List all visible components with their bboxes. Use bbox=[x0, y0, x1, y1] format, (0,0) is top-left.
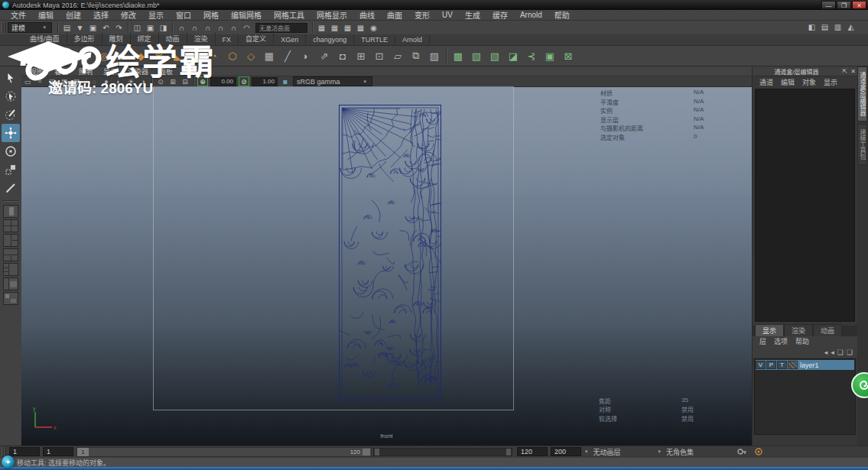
close-icon[interactable]: ✕ bbox=[849, 68, 857, 75]
menu-item[interactable]: 网格 bbox=[197, 9, 225, 21]
channel-box-menu-item[interactable]: 编辑 bbox=[777, 77, 798, 87]
poly-cube-icon[interactable]: ■ bbox=[41, 47, 57, 64]
lock-camera-icon[interactable]: ⌗ bbox=[34, 76, 45, 86]
viewport-canvas[interactable]: 材质N/A平滑度N/A实例N/A显示层N/A与摄影机的距离N/A选定对象0 焦距… bbox=[21, 87, 752, 446]
shading-smooth-icon[interactable]: ● bbox=[101, 76, 112, 86]
shelf-tab[interactable]: changyong bbox=[306, 34, 354, 45]
channel-list-area[interactable] bbox=[755, 89, 855, 322]
layer-editor-menu-item[interactable]: 层 bbox=[756, 336, 770, 346]
menu-item[interactable]: 选择 bbox=[87, 9, 115, 21]
shelf-tab[interactable]: TURTLE bbox=[354, 34, 395, 45]
poly-helix-icon[interactable]: ◔ bbox=[206, 47, 223, 64]
shelf-tab[interactable]: 曲线/曲面 bbox=[23, 32, 67, 45]
layout-outliner-persp-button[interactable] bbox=[3, 277, 18, 290]
xray-joints-icon[interactable]: ⊟ bbox=[180, 76, 190, 86]
range-end-handle[interactable] bbox=[506, 449, 511, 455]
layer-playback-toggle[interactable]: P bbox=[766, 361, 776, 369]
menu-item[interactable]: 缓存 bbox=[486, 9, 514, 21]
chevron-down-icon[interactable]: ▾ bbox=[585, 449, 588, 455]
tab-display-layers[interactable]: 显示 bbox=[755, 324, 784, 336]
minimize-button[interactable]: — bbox=[821, 1, 836, 9]
bevel-icon[interactable]: ◗ bbox=[297, 47, 314, 64]
menu-item[interactable]: 修改 bbox=[115, 9, 142, 21]
sidebar-vertical-tab[interactable]: 建模工具包 bbox=[857, 124, 867, 165]
snap-view-plane-icon[interactable]: ∩ bbox=[228, 22, 239, 34]
gamma-field[interactable]: 1.00 bbox=[252, 77, 278, 86]
poly-soccer-icon[interactable]: ⬡ bbox=[224, 47, 241, 64]
layout-two-pane-side-button[interactable] bbox=[3, 234, 18, 247]
nurbs-patch-icon[interactable]: ▧ bbox=[468, 47, 485, 64]
layout-single-pane-button[interactable] bbox=[3, 205, 18, 218]
channel-box-menu-item[interactable]: 显示 bbox=[820, 77, 841, 87]
time-slider[interactable]: 1 120 bbox=[76, 447, 372, 457]
channel-box-menu-item[interactable]: 通道 bbox=[756, 77, 777, 87]
image-plane-icon[interactable]: ▧ bbox=[71, 76, 82, 86]
move-layer-up-icon[interactable]: ◂ bbox=[824, 348, 828, 356]
scale-tool-icon[interactable] bbox=[2, 160, 20, 179]
poly-platonic-icon[interactable]: ◇ bbox=[242, 47, 259, 64]
panel-menu-item[interactable]: 显示 bbox=[98, 66, 122, 76]
shelf-tab[interactable]: FX bbox=[216, 34, 239, 45]
layer-row[interactable]: V P T layer1 bbox=[756, 360, 854, 370]
menu-item[interactable]: Arnold bbox=[514, 11, 548, 19]
layout-two-pane-stacked-button[interactable] bbox=[3, 248, 18, 261]
menu-item[interactable]: 曲面 bbox=[381, 9, 408, 21]
current-time-field[interactable]: 1 bbox=[9, 447, 40, 456]
move-tool-icon[interactable] bbox=[2, 124, 20, 142]
select-tool-icon[interactable] bbox=[2, 69, 20, 87]
layout-custom-button[interactable] bbox=[3, 292, 18, 305]
poly-gear-icon[interactable]: ✻ bbox=[151, 47, 167, 64]
shelf-tab[interactable]: 多边形 bbox=[67, 32, 102, 45]
poly-sphere-icon[interactable]: ● bbox=[22, 47, 39, 64]
status-grip[interactable] bbox=[2, 22, 6, 33]
menu-item[interactable]: 曲线 bbox=[353, 9, 381, 21]
shelf-tab[interactable]: 自定义 bbox=[239, 32, 274, 45]
quad-draw-icon[interactable]: ▱ bbox=[389, 47, 406, 64]
layer-editor-menu-item[interactable]: 帮助 bbox=[792, 336, 813, 346]
menu-set-dropdown[interactable]: 建模 ▾ bbox=[8, 22, 52, 33]
xray-icon[interactable]: ⊞ bbox=[167, 76, 178, 86]
layer-editor-menu-item[interactable]: 选项 bbox=[770, 336, 792, 346]
panel-menu-item[interactable]: 渲染器 bbox=[122, 66, 154, 76]
shelf-tab[interactable]: 雕刻 bbox=[102, 32, 131, 45]
nurbs-loft-icon[interactable]: ▧ bbox=[486, 47, 503, 64]
snap-projected-center-icon[interactable]: ∩ bbox=[215, 22, 226, 34]
nurbs-plane-icon[interactable]: ▩ bbox=[450, 47, 467, 64]
exposure-icon[interactable]: ⊕ bbox=[197, 76, 208, 86]
isolate-select-icon[interactable]: ⊙ bbox=[155, 76, 166, 86]
move-layer-down-icon[interactable]: ◂ bbox=[831, 348, 834, 356]
shelf-tab[interactable]: XGen bbox=[274, 34, 306, 45]
gamma-icon[interactable]: ⊘ bbox=[239, 76, 249, 86]
frame-field[interactable]: 1 bbox=[43, 447, 73, 456]
toggle-attribute-editor-icon[interactable]: ◧ bbox=[806, 21, 818, 33]
animation-preferences-icon[interactable] bbox=[753, 446, 764, 457]
multi-cut-icon[interactable]: ⊞ bbox=[353, 47, 369, 64]
paint-select-tool-icon[interactable] bbox=[2, 105, 20, 124]
pencil-icon[interactable]: ╱ bbox=[279, 47, 296, 64]
camera-attributes-icon[interactable]: ◫ bbox=[47, 76, 57, 86]
panel-menu-item[interactable]: 照明 bbox=[73, 66, 98, 76]
shading-wireframe-icon[interactable]: ◌ bbox=[89, 76, 99, 86]
render-settings-icon[interactable]: ▦ bbox=[355, 22, 366, 34]
render-view-icon[interactable]: ▦ bbox=[316, 22, 327, 34]
anim-layer-dropdown[interactable]: 无动画层 bbox=[590, 447, 656, 456]
channel-box-menu-item[interactable]: 对象 bbox=[798, 77, 820, 87]
lighting-icon[interactable]: ☀ bbox=[125, 76, 136, 86]
mirror-icon[interactable]: ⧉ bbox=[408, 47, 424, 64]
color-management-dropdown[interactable]: sRGB gamma ▾ bbox=[293, 76, 372, 86]
shelf-tab[interactable]: 渲染 bbox=[187, 32, 216, 45]
color-management-icon[interactable]: ◙ bbox=[280, 76, 291, 86]
shading-textured-icon[interactable]: ◐ bbox=[113, 76, 124, 86]
toggle-channel-box-icon[interactable]: ▥ bbox=[832, 21, 844, 33]
shelf-tab[interactable]: 绑定 bbox=[131, 32, 159, 45]
tab-anim-layers[interactable]: 动画 bbox=[813, 324, 842, 336]
bridge-icon[interactable]: ◘ bbox=[334, 47, 351, 64]
character-set-dropdown[interactable]: 无角色集 bbox=[663, 447, 729, 456]
menu-item[interactable]: 网格显示 bbox=[310, 9, 353, 21]
bookmark-icon[interactable]: ▤ bbox=[59, 76, 70, 86]
new-layer-from-selected-icon[interactable]: ❏ bbox=[847, 348, 853, 356]
poly-cone-icon[interactable]: ▲ bbox=[77, 47, 94, 64]
layer-list[interactable]: V P T layer1 bbox=[754, 358, 856, 435]
poly-disc-icon[interactable]: ◆ bbox=[132, 47, 149, 64]
layer-color-swatch[interactable] bbox=[788, 361, 798, 369]
